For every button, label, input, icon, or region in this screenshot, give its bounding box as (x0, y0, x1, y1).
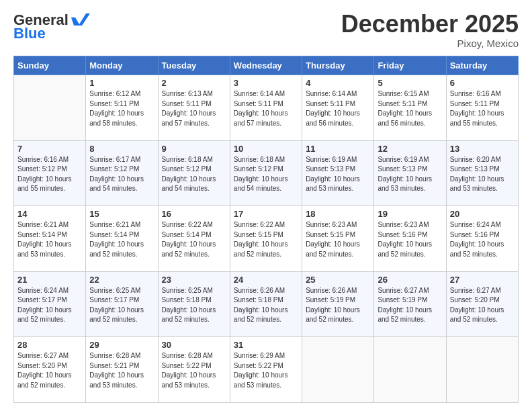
day-info: Sunrise: 6:27 AM Sunset: 5:20 PM Dayligh… (17, 351, 82, 390)
col-tuesday: Tuesday (158, 56, 230, 75)
table-row: 9Sunrise: 6:18 AM Sunset: 5:12 PM Daylig… (158, 140, 230, 206)
calendar-week-row: 1Sunrise: 6:12 AM Sunset: 5:11 PM Daylig… (14, 75, 519, 141)
day-number: 14 (17, 209, 82, 219)
day-number: 28 (17, 340, 82, 350)
day-number: 1 (89, 78, 154, 88)
day-info: Sunrise: 6:27 AM Sunset: 5:19 PM Dayligh… (378, 286, 442, 325)
col-sunday: Sunday (14, 56, 86, 75)
table-row: 27Sunrise: 6:27 AM Sunset: 5:20 PM Dayli… (446, 271, 518, 337)
logo: General Blue (13, 12, 90, 42)
calendar-header-row: Sunday Monday Tuesday Wednesday Thursday… (14, 56, 519, 75)
table-row: 7Sunrise: 6:16 AM Sunset: 5:12 PM Daylig… (14, 140, 86, 206)
day-info: Sunrise: 6:16 AM Sunset: 5:11 PM Dayligh… (450, 89, 515, 128)
table-row: 12Sunrise: 6:19 AM Sunset: 5:13 PM Dayli… (374, 140, 446, 206)
day-info: Sunrise: 6:24 AM Sunset: 5:16 PM Dayligh… (450, 220, 515, 259)
day-number: 21 (17, 275, 82, 285)
day-number: 13 (450, 144, 515, 154)
table-row: 10Sunrise: 6:18 AM Sunset: 5:12 PM Dayli… (230, 140, 302, 206)
table-row: 30Sunrise: 6:28 AM Sunset: 5:22 PM Dayli… (158, 337, 230, 403)
day-info: Sunrise: 6:15 AM Sunset: 5:11 PM Dayligh… (378, 89, 442, 128)
day-number: 10 (234, 144, 298, 154)
calendar-week-row: 7Sunrise: 6:16 AM Sunset: 5:12 PM Daylig… (14, 140, 519, 206)
table-row: 25Sunrise: 6:26 AM Sunset: 5:19 PM Dayli… (302, 271, 374, 337)
table-row: 13Sunrise: 6:20 AM Sunset: 5:13 PM Dayli… (446, 140, 518, 206)
location: Pixoy, Mexico (341, 38, 519, 49)
day-number: 27 (450, 275, 515, 285)
day-info: Sunrise: 6:17 AM Sunset: 5:12 PM Dayligh… (89, 155, 154, 194)
table-row: 29Sunrise: 6:28 AM Sunset: 5:21 PM Dayli… (86, 337, 158, 403)
day-number: 26 (378, 275, 442, 285)
table-row: 4Sunrise: 6:14 AM Sunset: 5:11 PM Daylig… (302, 75, 374, 141)
table-row: 18Sunrise: 6:23 AM Sunset: 5:15 PM Dayli… (302, 206, 374, 272)
day-info: Sunrise: 6:22 AM Sunset: 5:15 PM Dayligh… (234, 220, 298, 259)
table-row: 21Sunrise: 6:24 AM Sunset: 5:17 PM Dayli… (14, 271, 86, 337)
logo-blue: Blue (13, 26, 90, 42)
month-title: December 2025 (341, 12, 519, 36)
table-row (302, 337, 374, 403)
day-info: Sunrise: 6:25 AM Sunset: 5:18 PM Dayligh… (162, 286, 226, 325)
day-info: Sunrise: 6:24 AM Sunset: 5:17 PM Dayligh… (17, 286, 82, 325)
table-row: 3Sunrise: 6:14 AM Sunset: 5:11 PM Daylig… (230, 75, 302, 141)
day-number: 2 (162, 78, 226, 88)
day-number: 19 (378, 209, 442, 219)
table-row: 14Sunrise: 6:21 AM Sunset: 5:14 PM Dayli… (14, 206, 86, 272)
day-number: 22 (89, 275, 154, 285)
day-info: Sunrise: 6:21 AM Sunset: 5:14 PM Dayligh… (17, 220, 82, 259)
day-info: Sunrise: 6:12 AM Sunset: 5:11 PM Dayligh… (89, 89, 154, 128)
day-info: Sunrise: 6:18 AM Sunset: 5:12 PM Dayligh… (162, 155, 226, 194)
day-number: 8 (89, 144, 154, 154)
table-row: 19Sunrise: 6:23 AM Sunset: 5:16 PM Dayli… (374, 206, 446, 272)
table-row: 6Sunrise: 6:16 AM Sunset: 5:11 PM Daylig… (446, 75, 518, 141)
day-number: 7 (17, 144, 82, 154)
day-number: 30 (162, 340, 226, 350)
day-info: Sunrise: 6:28 AM Sunset: 5:21 PM Dayligh… (89, 351, 154, 390)
day-info: Sunrise: 6:19 AM Sunset: 5:13 PM Dayligh… (306, 155, 370, 194)
table-row (14, 75, 86, 141)
day-info: Sunrise: 6:23 AM Sunset: 5:15 PM Dayligh… (306, 220, 370, 259)
table-row: 23Sunrise: 6:25 AM Sunset: 5:18 PM Dayli… (158, 271, 230, 337)
table-row (374, 337, 446, 403)
table-row: 24Sunrise: 6:26 AM Sunset: 5:18 PM Dayli… (230, 271, 302, 337)
col-thursday: Thursday (302, 56, 374, 75)
table-row: 31Sunrise: 6:29 AM Sunset: 5:22 PM Dayli… (230, 337, 302, 403)
table-row (446, 337, 518, 403)
calendar-week-row: 21Sunrise: 6:24 AM Sunset: 5:17 PM Dayli… (14, 271, 519, 337)
day-info: Sunrise: 6:22 AM Sunset: 5:14 PM Dayligh… (162, 220, 226, 259)
table-row: 5Sunrise: 6:15 AM Sunset: 5:11 PM Daylig… (374, 75, 446, 141)
day-info: Sunrise: 6:29 AM Sunset: 5:22 PM Dayligh… (234, 351, 298, 390)
title-area: December 2025 Pixoy, Mexico (341, 12, 519, 49)
day-info: Sunrise: 6:23 AM Sunset: 5:16 PM Dayligh… (378, 220, 442, 259)
day-number: 25 (306, 275, 370, 285)
day-info: Sunrise: 6:28 AM Sunset: 5:22 PM Dayligh… (162, 351, 226, 390)
day-info: Sunrise: 6:25 AM Sunset: 5:17 PM Dayligh… (89, 286, 154, 325)
day-number: 3 (234, 78, 298, 88)
day-number: 5 (378, 78, 442, 88)
svg-marker-0 (71, 13, 90, 26)
day-number: 18 (306, 209, 370, 219)
day-number: 24 (234, 275, 298, 285)
col-saturday: Saturday (446, 56, 518, 75)
day-number: 31 (234, 340, 298, 350)
table-row: 16Sunrise: 6:22 AM Sunset: 5:14 PM Dayli… (158, 206, 230, 272)
calendar-week-row: 14Sunrise: 6:21 AM Sunset: 5:14 PM Dayli… (14, 206, 519, 272)
day-number: 4 (306, 78, 370, 88)
table-row: 20Sunrise: 6:24 AM Sunset: 5:16 PM Dayli… (446, 206, 518, 272)
day-info: Sunrise: 6:27 AM Sunset: 5:20 PM Dayligh… (450, 286, 515, 325)
table-row: 22Sunrise: 6:25 AM Sunset: 5:17 PM Dayli… (86, 271, 158, 337)
day-info: Sunrise: 6:20 AM Sunset: 5:13 PM Dayligh… (450, 155, 515, 194)
header: General Blue December 2025 Pixoy, Mexico (13, 12, 519, 49)
day-number: 16 (162, 209, 226, 219)
day-number: 9 (162, 144, 226, 154)
day-info: Sunrise: 6:21 AM Sunset: 5:14 PM Dayligh… (89, 220, 154, 259)
day-number: 29 (89, 340, 154, 350)
day-number: 17 (234, 209, 298, 219)
table-row: 2Sunrise: 6:13 AM Sunset: 5:11 PM Daylig… (158, 75, 230, 141)
table-row: 17Sunrise: 6:22 AM Sunset: 5:15 PM Dayli… (230, 206, 302, 272)
day-info: Sunrise: 6:26 AM Sunset: 5:19 PM Dayligh… (306, 286, 370, 325)
table-row: 11Sunrise: 6:19 AM Sunset: 5:13 PM Dayli… (302, 140, 374, 206)
day-number: 20 (450, 209, 515, 219)
day-number: 11 (306, 144, 370, 154)
table-row: 28Sunrise: 6:27 AM Sunset: 5:20 PM Dayli… (14, 337, 86, 403)
day-info: Sunrise: 6:14 AM Sunset: 5:11 PM Dayligh… (234, 89, 298, 128)
day-info: Sunrise: 6:26 AM Sunset: 5:18 PM Dayligh… (234, 286, 298, 325)
